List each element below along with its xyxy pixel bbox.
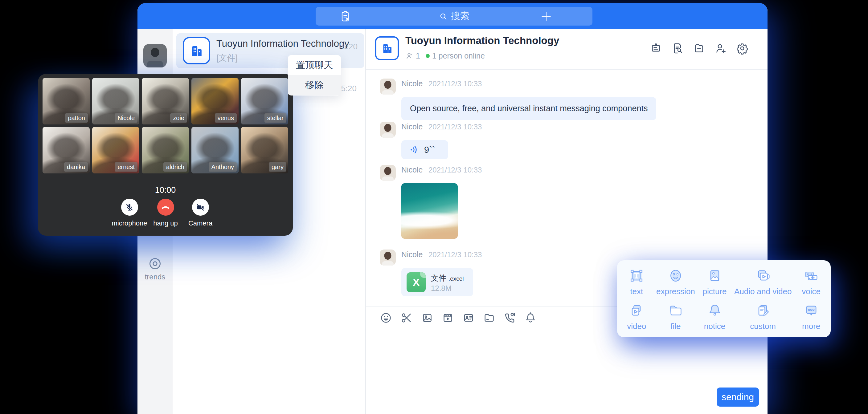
panel-item-audio-video[interactable]: Audio and video	[734, 264, 792, 299]
page: { "topbar": { "search_placeholder": "搜索"…	[0, 0, 868, 414]
message-time: 2021/12/3 10:33	[429, 250, 482, 259]
participant-name: patton	[65, 114, 88, 123]
topbar: 搜索	[137, 3, 768, 29]
video-clip-icon[interactable]	[442, 312, 454, 324]
search-bar[interactable]: 搜索	[316, 7, 592, 26]
message-type-panel: text expression picture Audio and video	[617, 260, 831, 337]
participant-tile: danika	[42, 127, 90, 173]
panel-item-custom[interactable]: custom	[734, 299, 792, 334]
camera-label: Camera	[176, 219, 225, 227]
participant-tile: aldrich	[142, 127, 189, 173]
members-icon	[405, 52, 413, 60]
chat-history-search-icon[interactable]	[671, 42, 684, 55]
send-button[interactable]: sending	[717, 387, 759, 407]
settings-gear-icon[interactable]	[736, 42, 748, 55]
participant-name: aldrich	[163, 162, 187, 171]
contact-card-icon[interactable]	[462, 312, 475, 324]
panel-item-more[interactable]: more	[792, 299, 831, 334]
participant-tile: venus	[191, 78, 239, 124]
menu-item-remove[interactable]: 移除	[288, 75, 341, 95]
participant-name: venus	[215, 114, 237, 123]
member-count: 1	[416, 52, 420, 60]
voice-duration: 9``	[424, 145, 435, 155]
group-avatar	[183, 37, 210, 64]
building-icon	[189, 43, 205, 59]
participant-name: danika	[64, 162, 88, 171]
files-icon[interactable]	[693, 42, 705, 55]
call-duration: 10:00	[38, 185, 293, 195]
notice-bell-icon	[707, 302, 723, 319]
panel-item-text[interactable]: text	[617, 264, 656, 299]
sender-avatar[interactable]	[380, 122, 396, 138]
picture-icon	[707, 268, 723, 284]
file-size: 12.8M	[431, 284, 452, 293]
sidebar-item-trends[interactable]: trends	[137, 257, 173, 281]
video-call-icon[interactable]	[504, 312, 516, 324]
sender-name: Nicole	[401, 165, 423, 174]
chat-title: Tuoyun Information Technology	[405, 35, 559, 46]
excel-file-icon: X	[407, 272, 426, 292]
sender-avatar[interactable]	[380, 78, 396, 95]
participant-tile: Anthony	[191, 127, 239, 173]
message-time: 2021/12/3 10:33	[429, 123, 482, 131]
participant-name: zoie	[170, 114, 187, 123]
text-message-bubble[interactable]: Open source, free, and universal instant…	[401, 97, 656, 120]
mute-microphone-button[interactable]	[121, 199, 138, 216]
add-member-icon[interactable]	[714, 42, 727, 55]
panel-item-picture[interactable]: picture	[695, 264, 734, 299]
online-dot	[426, 54, 430, 58]
video-icon	[628, 302, 645, 319]
more-icon	[803, 302, 819, 319]
user-avatar[interactable]	[143, 44, 167, 67]
voice-message-bubble[interactable]: 9``	[401, 140, 448, 159]
file-ext: .excel	[448, 276, 464, 282]
participant-grid: patton Nicole zoie venus stellar danika …	[42, 78, 288, 173]
message-time: 2021/12/3 10:33	[429, 166, 482, 174]
announcement-icon[interactable]	[650, 42, 662, 55]
avatar-silhouette	[151, 48, 159, 57]
sender-avatar[interactable]	[380, 165, 396, 181]
panel-item-expression[interactable]: expression	[656, 264, 695, 299]
participant-name: gary	[269, 162, 286, 171]
video-call-window: patton Nicole zoie venus stellar danika …	[38, 74, 293, 236]
menu-item-pin-chat[interactable]: 置顶聊天	[288, 55, 341, 75]
image-message-beach[interactable]	[401, 183, 458, 239]
panel-item-video[interactable]: video	[617, 299, 656, 334]
message-time: 2021/12/3 10:33	[429, 79, 482, 88]
participant-tile: ernest	[92, 127, 139, 173]
participant-tile: stellar	[241, 78, 288, 124]
panel-item-file[interactable]: file	[656, 299, 695, 334]
participant-tile: patton	[42, 78, 90, 124]
online-status: 1 person online	[432, 52, 485, 60]
search-icon	[439, 12, 448, 21]
sender-name: Nicole	[401, 122, 423, 131]
file-name: 文件	[431, 274, 446, 282]
sender-name: Nicole	[401, 250, 423, 259]
notification-bell-icon[interactable]	[524, 312, 537, 324]
image-icon[interactable]	[421, 312, 433, 324]
add-icon[interactable]	[539, 9, 553, 23]
building-icon	[380, 41, 394, 56]
sender-avatar[interactable]	[380, 250, 396, 265]
search-placeholder: 搜索	[451, 10, 469, 23]
trends-label: trends	[137, 273, 173, 281]
screenshot-scissors-icon[interactable]	[400, 312, 413, 324]
emoji-icon[interactable]	[380, 312, 392, 324]
panel-item-notice[interactable]: notice	[695, 299, 734, 334]
participant-name: Nicole	[115, 114, 137, 123]
participant-name: ernest	[115, 162, 137, 171]
sender-name: Nicole	[401, 79, 423, 88]
folder-icon[interactable]	[483, 312, 495, 324]
camera-off-button[interactable]	[192, 199, 209, 216]
chat-panel: Tuoyun Information Technology 1 1 person…	[366, 29, 768, 414]
conversation-time: 15:20	[338, 42, 358, 52]
participant-tile: gary	[241, 127, 288, 173]
file-message-bubble[interactable]: X 文件 .excel 12.8M	[401, 268, 473, 296]
panel-item-voice[interactable]: voice	[792, 264, 831, 299]
participant-tile: zoie	[142, 78, 189, 124]
expression-icon	[668, 268, 684, 284]
chat-group-avatar[interactable]	[375, 36, 399, 60]
conversation-title: Tuoyun Information Technology	[216, 38, 331, 49]
voice-wave-icon	[409, 145, 420, 155]
hang-up-button[interactable]	[157, 199, 174, 216]
